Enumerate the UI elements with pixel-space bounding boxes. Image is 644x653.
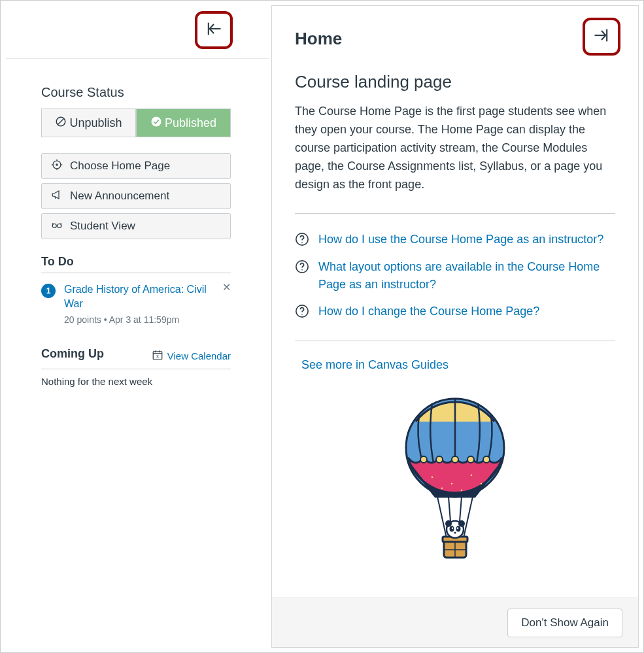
published-label: Published: [165, 116, 216, 130]
arrow-right-to-line-icon: [592, 26, 611, 47]
help-subtitle: Course landing page: [295, 72, 615, 92]
calendar-icon: 3: [152, 349, 163, 363]
svg-point-52: [457, 527, 458, 529]
help-link-item: What layout options are available in the…: [295, 258, 615, 293]
unpublish-icon: [55, 116, 67, 131]
svg-point-31: [483, 456, 490, 463]
todo-count-badge: 1: [41, 284, 56, 298]
help-link[interactable]: What layout options are available in the…: [318, 258, 615, 293]
svg-point-28: [436, 456, 443, 463]
help-panel-title: Home: [295, 29, 342, 49]
question-icon: [295, 303, 309, 321]
action-label: Student View: [70, 220, 135, 233]
divider: [41, 369, 231, 369]
svg-point-47: [445, 520, 452, 527]
student-view-button[interactable]: Student View: [41, 213, 231, 239]
arrow-left-to-line-icon: [205, 20, 223, 41]
svg-text:3: 3: [156, 354, 159, 359]
svg-line-39: [464, 497, 473, 538]
svg-point-36: [441, 488, 443, 490]
divider: [295, 341, 615, 341]
svg-point-50: [456, 526, 461, 532]
svg-point-23: [301, 269, 303, 271]
published-button[interactable]: Published: [136, 109, 231, 137]
course-status-heading: Course Status: [41, 85, 231, 100]
help-link[interactable]: How do I use the Course Home Page as an …: [318, 231, 603, 248]
see-more-link[interactable]: See more in Canvas Guides: [301, 358, 615, 372]
course-action-list: Choose Home Page New Announcement: [41, 153, 231, 239]
svg-point-48: [458, 520, 465, 527]
svg-point-49: [450, 526, 454, 532]
svg-point-37: [481, 483, 483, 485]
coming-up-heading: Coming Up: [41, 347, 104, 361]
svg-point-35: [461, 490, 463, 492]
todo-meta: 20 points • Apr 3 at 11:59pm: [64, 314, 216, 325]
svg-point-30: [467, 456, 474, 463]
megaphone-icon: [51, 189, 63, 204]
svg-point-51: [452, 527, 453, 529]
target-icon: [51, 159, 63, 174]
svg-point-53: [454, 532, 456, 534]
svg-point-6: [56, 163, 58, 165]
help-link-item: How do I use the Course Home Page as an …: [295, 231, 615, 249]
svg-point-33: [451, 483, 453, 485]
svg-point-4: [151, 116, 161, 126]
todo-item: 1 Grade History of America: Civil War 20…: [41, 282, 231, 325]
help-links-list: How do I use the Course Home Page as an …: [295, 231, 615, 321]
collapse-sidebar-button[interactable]: [195, 11, 233, 49]
svg-line-38: [437, 497, 447, 538]
svg-point-29: [452, 456, 458, 463]
divider: [295, 213, 615, 214]
sidebar-top: [6, 1, 269, 59]
view-calendar-label: View Calendar: [167, 350, 231, 361]
svg-point-27: [420, 456, 427, 463]
sidebar-panel: Course Status Unpublish Published: [1, 1, 271, 652]
published-icon: [150, 116, 162, 131]
glasses-icon: [51, 219, 63, 234]
expand-panel-button[interactable]: [583, 18, 620, 56]
question-icon: [295, 258, 309, 276]
new-announcement-button[interactable]: New Announcement: [41, 183, 231, 209]
unpublish-label: Unpublish: [69, 116, 122, 130]
svg-point-34: [471, 475, 473, 477]
close-icon: ✕: [222, 282, 231, 293]
dismiss-todo-button[interactable]: ✕: [222, 281, 231, 293]
action-label: Choose Home Page: [70, 159, 170, 173]
help-footer: Don't Show Again: [272, 597, 638, 647]
choose-home-page-button[interactable]: Choose Home Page: [41, 153, 231, 179]
dont-show-again-button[interactable]: Don't Show Again: [507, 609, 622, 637]
unpublish-button[interactable]: Unpublish: [41, 109, 136, 137]
balloon-illustration: [295, 395, 615, 565]
svg-point-32: [432, 477, 433, 478]
coming-up-empty: Nothing for the next week: [41, 376, 231, 387]
action-label: New Announcement: [70, 190, 169, 203]
publish-toggle: Unpublish Published: [41, 109, 231, 137]
svg-point-21: [301, 242, 303, 243]
question-icon: [295, 231, 309, 249]
view-calendar-link[interactable]: 3 View Calendar: [152, 349, 231, 363]
svg-point-25: [301, 314, 303, 315]
svg-line-3: [58, 118, 64, 124]
todo-link[interactable]: Grade History of America: Civil War: [64, 282, 216, 310]
todo-heading: To Do: [41, 255, 231, 269]
help-panel: Home Course landing page The Course Home…: [271, 5, 639, 648]
help-description: The Course Home Page is the first page s…: [295, 103, 615, 193]
divider: [41, 273, 231, 273]
help-link[interactable]: How do I change the Course Home Page?: [318, 303, 539, 320]
help-link-item: How do I change the Course Home Page?: [295, 303, 615, 321]
